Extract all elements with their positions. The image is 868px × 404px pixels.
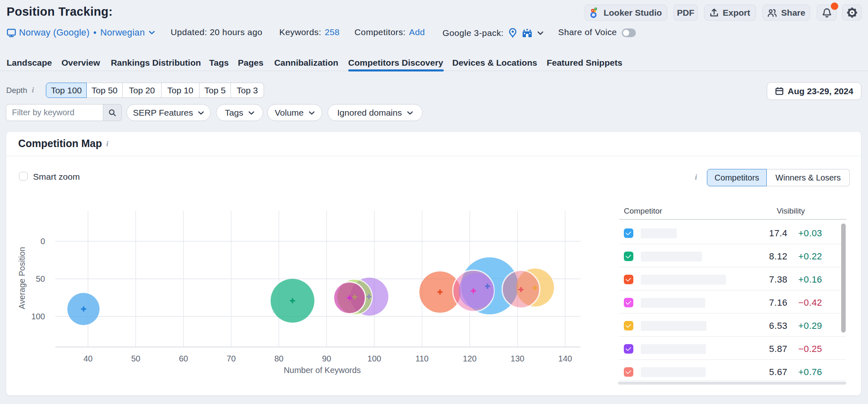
svg-text:120: 120 [463, 354, 476, 363]
svg-text:40: 40 [83, 354, 93, 363]
svg-text:90: 90 [322, 354, 331, 363]
svg-text:100: 100 [31, 312, 45, 321]
svg-text:0: 0 [40, 237, 45, 246]
svg-text:140: 140 [558, 354, 572, 363]
svg-text:130: 130 [511, 354, 524, 363]
svg-text:110: 110 [416, 354, 429, 363]
svg-text:60: 60 [179, 354, 188, 363]
svg-text:100: 100 [367, 354, 381, 363]
svg-text:70: 70 [226, 354, 235, 363]
svg-text:50: 50 [36, 274, 45, 283]
svg-text:Number of Keywords: Number of Keywords [284, 366, 361, 375]
svg-text:80: 80 [274, 354, 283, 363]
svg-text:50: 50 [131, 354, 140, 363]
svg-text:Average Position: Average Position [17, 247, 26, 309]
